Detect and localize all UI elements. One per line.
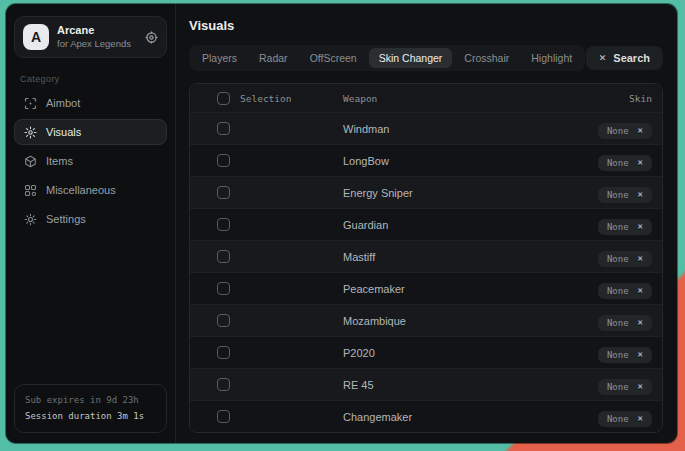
skin-value: None bbox=[607, 158, 629, 168]
sidebar-item-label: Visuals bbox=[46, 126, 81, 138]
skin-value: None bbox=[607, 382, 629, 392]
row-checkbox[interactable] bbox=[217, 410, 230, 423]
skin-select-badge[interactable]: None✕ bbox=[598, 251, 652, 267]
sidebar-item-label: Aimbot bbox=[46, 97, 80, 109]
skin-value: None bbox=[607, 350, 629, 360]
sidebar-nav: AimbotVisualsItemsMiscellaneousSettings bbox=[6, 90, 175, 232]
tab-crosshair[interactable]: Crosshair bbox=[454, 48, 519, 68]
tab-bar: PlayersRadarOffScreenSkin ChangerCrossha… bbox=[189, 45, 585, 71]
sidebar-item-miscellaneous[interactable]: Miscellaneous bbox=[14, 177, 167, 203]
skin-value: None bbox=[607, 318, 629, 328]
weapon-name: Guardian bbox=[343, 219, 598, 231]
row-checkbox[interactable] bbox=[217, 250, 230, 263]
table-row: LongBowNone✕ bbox=[190, 144, 662, 176]
target-icon[interactable] bbox=[145, 31, 158, 44]
skin-select-badge[interactable]: None✕ bbox=[598, 123, 652, 139]
weapon-name: Windman bbox=[343, 123, 598, 135]
table-row: Energy SniperNone✕ bbox=[190, 176, 662, 208]
skin-select-badge[interactable]: None✕ bbox=[598, 315, 652, 331]
skin-select-badge[interactable]: None✕ bbox=[598, 347, 652, 363]
skin-value: None bbox=[607, 414, 629, 424]
row-checkbox[interactable] bbox=[217, 186, 230, 199]
table-row: ChangemakerNone✕ bbox=[190, 400, 662, 432]
table-row: MozambiqueNone✕ bbox=[190, 304, 662, 336]
table-row: WindmanNone✕ bbox=[190, 112, 662, 144]
clear-skin-icon[interactable]: ✕ bbox=[638, 318, 643, 327]
sidebar: A Arcane for Apex Legends Category Aimbo… bbox=[6, 4, 176, 443]
skin-select-badge[interactable]: None✕ bbox=[598, 187, 652, 203]
weapon-name: Peacemaker bbox=[343, 283, 598, 295]
weapon-name: P2020 bbox=[343, 347, 598, 359]
clear-skin-icon[interactable]: ✕ bbox=[638, 126, 643, 135]
crosshair-icon bbox=[24, 97, 37, 110]
weapon-name: Energy Sniper bbox=[343, 187, 598, 199]
row-checkbox[interactable] bbox=[217, 154, 230, 167]
weapon-name: Mozambique bbox=[343, 315, 598, 327]
clear-skin-icon[interactable]: ✕ bbox=[638, 254, 643, 263]
skin-select-badge[interactable]: None✕ bbox=[598, 379, 652, 395]
header-selection: Selection bbox=[230, 93, 343, 104]
sidebar-item-visuals[interactable]: Visuals bbox=[14, 119, 167, 145]
main-panel: Visuals PlayersRadarOffScreenSkin Change… bbox=[176, 4, 677, 443]
tab-highlight[interactable]: Highlight bbox=[521, 48, 582, 68]
gear-icon bbox=[24, 213, 37, 226]
header-weapon: Weapon bbox=[343, 93, 629, 104]
clear-skin-icon[interactable]: ✕ bbox=[638, 286, 643, 295]
table-header-row: Selection Weapon Skin bbox=[190, 84, 662, 112]
brand-title: Arcane bbox=[57, 24, 137, 38]
clear-skin-icon[interactable]: ✕ bbox=[638, 158, 643, 167]
sub-expiry-text: Sub expires in 9d 23h bbox=[25, 393, 156, 408]
table-row: RE 45None✕ bbox=[190, 368, 662, 400]
skin-select-badge[interactable]: None✕ bbox=[598, 411, 652, 427]
session-duration-text: Session duration 3m 1s bbox=[25, 409, 156, 424]
skin-select-badge[interactable]: None✕ bbox=[598, 283, 652, 299]
weapon-name: Mastiff bbox=[343, 251, 598, 263]
cube-icon bbox=[24, 155, 37, 168]
sidebar-item-label: Items bbox=[46, 155, 73, 167]
search-icon: ✕ bbox=[599, 54, 607, 63]
search-button[interactable]: ✕ Search bbox=[586, 46, 663, 70]
tab-players[interactable]: Players bbox=[192, 48, 247, 68]
app-window: A Arcane for Apex Legends Category Aimbo… bbox=[6, 4, 677, 443]
category-label: Category bbox=[20, 74, 175, 84]
header-skin: Skin bbox=[629, 93, 652, 104]
skin-select-badge[interactable]: None✕ bbox=[598, 219, 652, 235]
clear-skin-icon[interactable]: ✕ bbox=[638, 382, 643, 391]
skin-value: None bbox=[607, 286, 629, 296]
sidebar-item-items[interactable]: Items bbox=[14, 148, 167, 174]
skin-select-badge[interactable]: None✕ bbox=[598, 155, 652, 171]
table-row: GuardianNone✕ bbox=[190, 208, 662, 240]
clear-skin-icon[interactable]: ✕ bbox=[638, 222, 643, 231]
skin-value: None bbox=[607, 190, 629, 200]
row-checkbox[interactable] bbox=[217, 314, 230, 327]
sidebar-item-aimbot[interactable]: Aimbot bbox=[14, 90, 167, 116]
row-checkbox[interactable] bbox=[217, 346, 230, 359]
tab-offscreen[interactable]: OffScreen bbox=[300, 48, 367, 68]
tab-radar[interactable]: Radar bbox=[249, 48, 298, 68]
clear-skin-icon[interactable]: ✕ bbox=[638, 350, 643, 359]
clear-skin-icon[interactable]: ✕ bbox=[638, 190, 643, 199]
toolbar: PlayersRadarOffScreenSkin ChangerCrossha… bbox=[189, 45, 663, 71]
skin-value: None bbox=[607, 222, 629, 232]
sidebar-item-label: Settings bbox=[46, 213, 86, 225]
brand-card: A Arcane for Apex Legends bbox=[14, 16, 167, 58]
skin-value: None bbox=[607, 126, 629, 136]
row-checkbox[interactable] bbox=[217, 282, 230, 295]
skin-table: Selection Weapon Skin WindmanNone✕LongBo… bbox=[189, 83, 663, 433]
page-title: Visuals bbox=[189, 18, 663, 33]
table-row: P2020None✕ bbox=[190, 336, 662, 368]
row-checkbox[interactable] bbox=[217, 378, 230, 391]
grid-icon bbox=[24, 184, 37, 197]
row-checkbox[interactable] bbox=[217, 218, 230, 231]
tab-skin-changer[interactable]: Skin Changer bbox=[369, 48, 453, 68]
skin-value: None bbox=[607, 254, 629, 264]
weapon-name: RE 45 bbox=[343, 379, 598, 391]
table-row: MastiffNone✕ bbox=[190, 240, 662, 272]
select-all-checkbox[interactable] bbox=[217, 92, 230, 105]
sidebar-item-settings[interactable]: Settings bbox=[14, 206, 167, 232]
clear-skin-icon[interactable]: ✕ bbox=[638, 414, 643, 423]
row-checkbox[interactable] bbox=[217, 122, 230, 135]
brand-logo: A bbox=[23, 24, 49, 50]
weapon-name: Changemaker bbox=[343, 411, 598, 423]
weapon-name: LongBow bbox=[343, 155, 598, 167]
